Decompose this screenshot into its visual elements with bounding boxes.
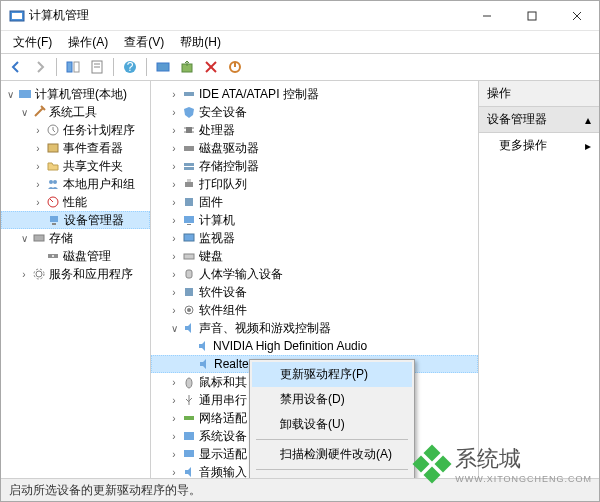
more-actions[interactable]: 更多操作 ▸ bbox=[479, 133, 599, 158]
cat-security[interactable]: ›安全设备 bbox=[151, 103, 478, 121]
help-button[interactable]: ? bbox=[119, 56, 141, 78]
cat-hid[interactable]: ›人体学输入设备 bbox=[151, 265, 478, 283]
tree-services[interactable]: ›服务和应用程序 bbox=[1, 265, 150, 283]
menu-scan-hardware[interactable]: 扫描检测硬件改动(A) bbox=[252, 442, 412, 467]
speaker-icon bbox=[195, 338, 211, 354]
expand-icon[interactable]: › bbox=[167, 233, 181, 244]
cat-firmware[interactable]: ›固件 bbox=[151, 193, 478, 211]
expand-icon[interactable]: › bbox=[167, 215, 181, 226]
properties-button[interactable] bbox=[86, 56, 108, 78]
menu-uninstall-device[interactable]: 卸载设备(U) bbox=[252, 412, 412, 437]
expand-icon[interactable]: › bbox=[167, 179, 181, 190]
tree-device-manager[interactable]: 设备管理器 bbox=[1, 211, 150, 229]
cat-ide[interactable]: ›IDE ATA/ATAPI 控制器 bbox=[151, 85, 478, 103]
menu-update-driver[interactable]: 更新驱动程序(P) bbox=[252, 362, 412, 387]
tree-task-scheduler[interactable]: ›任务计划程序 bbox=[1, 121, 150, 139]
tree-root[interactable]: ∨计算机管理(本地) bbox=[1, 85, 150, 103]
forward-button[interactable] bbox=[29, 56, 51, 78]
disable-button[interactable] bbox=[224, 56, 246, 78]
svg-rect-45 bbox=[187, 224, 191, 225]
disk-icon bbox=[181, 140, 197, 156]
expand-icon[interactable]: › bbox=[167, 305, 181, 316]
computer-mgmt-icon bbox=[17, 86, 33, 102]
tree-performance[interactable]: ›性能 bbox=[1, 193, 150, 211]
tree-storage[interactable]: ∨存储 bbox=[1, 229, 150, 247]
expand-icon[interactable]: › bbox=[167, 287, 181, 298]
expand-icon[interactable]: › bbox=[31, 161, 45, 172]
storage-icon bbox=[31, 230, 47, 246]
expand-icon[interactable]: › bbox=[167, 413, 181, 424]
expand-icon[interactable]: › bbox=[167, 251, 181, 262]
collapse-icon[interactable]: ∨ bbox=[17, 107, 31, 118]
security-icon bbox=[181, 104, 197, 120]
collapse-icon[interactable]: ∨ bbox=[17, 233, 31, 244]
expand-icon[interactable]: › bbox=[167, 161, 181, 172]
svg-rect-39 bbox=[184, 163, 194, 166]
uninstall-button[interactable] bbox=[200, 56, 222, 78]
menu-file[interactable]: 文件(F) bbox=[5, 32, 60, 53]
network-icon bbox=[181, 410, 197, 426]
expand-icon[interactable]: › bbox=[31, 179, 45, 190]
toolbar: ? bbox=[1, 53, 599, 81]
status-text: 启动所选设备的更新驱动程序的导。 bbox=[9, 482, 201, 499]
main-window: 计算机管理 文件(F) 操作(A) 查看(V) 帮助(H) ? ∨计算机管理(本… bbox=[0, 0, 600, 502]
expand-icon[interactable]: › bbox=[167, 107, 181, 118]
speaker-icon bbox=[181, 320, 197, 336]
cat-computer[interactable]: ›计算机 bbox=[151, 211, 478, 229]
disk-icon bbox=[45, 248, 61, 264]
svg-rect-27 bbox=[34, 235, 44, 241]
collapse-icon[interactable]: ∨ bbox=[167, 323, 181, 334]
expand-icon[interactable]: › bbox=[167, 269, 181, 280]
close-button[interactable] bbox=[554, 2, 599, 30]
services-icon bbox=[31, 266, 47, 282]
expand-icon[interactable]: › bbox=[31, 197, 45, 208]
tree-event-viewer[interactable]: ›事件查看器 bbox=[1, 139, 150, 157]
tree-system-tools[interactable]: ∨系统工具 bbox=[1, 103, 150, 121]
cat-monitors[interactable]: ›监视器 bbox=[151, 229, 478, 247]
tree-disk-mgmt[interactable]: 磁盘管理 bbox=[1, 247, 150, 265]
menu-help[interactable]: 帮助(H) bbox=[172, 32, 229, 53]
show-hide-tree-button[interactable] bbox=[62, 56, 84, 78]
expand-icon[interactable]: › bbox=[31, 125, 45, 136]
scan-button[interactable] bbox=[152, 56, 174, 78]
device-nvidia-audio[interactable]: NVIDIA High Definition Audio bbox=[151, 337, 478, 355]
menu-action[interactable]: 操作(A) bbox=[60, 32, 116, 53]
expand-icon[interactable]: › bbox=[167, 449, 181, 460]
back-button[interactable] bbox=[5, 56, 27, 78]
expand-icon[interactable]: › bbox=[167, 467, 181, 478]
actions-section[interactable]: 设备管理器 ▴ bbox=[479, 107, 599, 133]
expand-icon[interactable]: › bbox=[167, 197, 181, 208]
cat-keyboards[interactable]: ›键盘 bbox=[151, 247, 478, 265]
usb-icon bbox=[181, 392, 197, 408]
expand-icon[interactable]: › bbox=[167, 125, 181, 136]
expand-icon[interactable]: › bbox=[17, 269, 31, 280]
tree-shared-folders[interactable]: ›共享文件夹 bbox=[1, 157, 150, 175]
cat-software-comp[interactable]: ›软件组件 bbox=[151, 301, 478, 319]
users-icon bbox=[45, 176, 61, 192]
expand-icon[interactable]: › bbox=[31, 143, 45, 154]
menu-disable-device[interactable]: 禁用设备(D) bbox=[252, 387, 412, 412]
cat-audio[interactable]: ∨声音、视频和游戏控制器 bbox=[151, 319, 478, 337]
cat-print-queues[interactable]: ›打印队列 bbox=[151, 175, 478, 193]
svg-rect-25 bbox=[50, 216, 58, 222]
expand-icon[interactable]: › bbox=[167, 395, 181, 406]
menu-properties[interactable]: 属性(R) bbox=[252, 472, 412, 478]
cat-processors[interactable]: ›处理器 bbox=[151, 121, 478, 139]
printer-icon bbox=[181, 176, 197, 192]
svg-rect-33 bbox=[186, 127, 192, 133]
computer-icon bbox=[181, 212, 197, 228]
cat-storage-ctrl[interactable]: ›存储控制器 bbox=[151, 157, 478, 175]
collapse-icon[interactable]: ∨ bbox=[3, 89, 17, 100]
update-driver-button[interactable] bbox=[176, 56, 198, 78]
maximize-button[interactable] bbox=[509, 2, 554, 30]
expand-icon[interactable]: › bbox=[167, 377, 181, 388]
minimize-button[interactable] bbox=[464, 2, 509, 30]
menu-view[interactable]: 查看(V) bbox=[116, 32, 172, 53]
cat-disk-drives[interactable]: ›磁盘驱动器 bbox=[151, 139, 478, 157]
expand-icon[interactable]: › bbox=[167, 431, 181, 442]
cat-software[interactable]: ›软件设备 bbox=[151, 283, 478, 301]
svg-rect-20 bbox=[48, 144, 58, 152]
tree-local-users[interactable]: ›本地用户和组 bbox=[1, 175, 150, 193]
expand-icon[interactable]: › bbox=[167, 89, 181, 100]
expand-icon[interactable]: › bbox=[167, 143, 181, 154]
